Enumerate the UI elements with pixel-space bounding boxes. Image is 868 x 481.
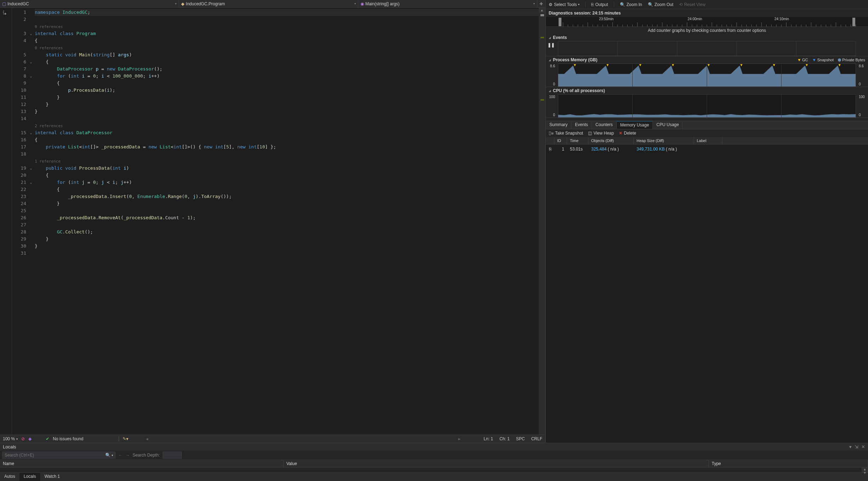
char-pos[interactable]: Ch: 1 bbox=[499, 436, 510, 441]
chevron-down-icon[interactable]: ▾ bbox=[354, 2, 356, 5]
collapse-icon[interactable]: ◢ bbox=[549, 36, 551, 39]
alert-icon[interactable]: ◆ bbox=[28, 436, 32, 441]
nav-method[interactable]: ◉ Main(string[] args) ▾ bbox=[358, 0, 537, 7]
check-icon: ✔ bbox=[46, 436, 49, 441]
indent-mode[interactable]: SPC bbox=[516, 436, 525, 441]
tab-counters[interactable]: Counters bbox=[592, 121, 617, 129]
nav-class[interactable]: ◆ InducedGC.Program ▾ bbox=[179, 0, 358, 7]
issues-text: No issues found bbox=[53, 436, 83, 441]
session-label: Diagnostics session: 24:15 minutes bbox=[546, 9, 868, 17]
code-text[interactable]: namespace InducedGC;0 referencesinternal… bbox=[35, 8, 539, 435]
col-time[interactable]: Time bbox=[567, 137, 588, 144]
zoom-out-icon: 🔍 bbox=[648, 2, 653, 7]
diagnostics-toolbar: ⚙ Select Tools ▾ ⎘ Output 🔍 Zoom In 🔍 Zo… bbox=[546, 0, 868, 9]
tab-events[interactable]: Events bbox=[571, 121, 592, 129]
memory-actions: ⌷◉Take Snapshot ◫View Heap ✕Delete bbox=[546, 129, 868, 137]
panel-title-text: Locals bbox=[3, 444, 16, 449]
breadcrumb-bar: ▢ InducedGC ▾ ◆ InducedGC.Program ▾ ◉ Ma… bbox=[0, 0, 545, 8]
events-title: Events bbox=[553, 35, 567, 40]
memory-title: Process Memory (GB) bbox=[553, 57, 597, 62]
close-icon: ✕ bbox=[619, 131, 622, 136]
split-view-button[interactable]: ✚ bbox=[537, 1, 545, 6]
col-name[interactable]: Name bbox=[0, 460, 284, 467]
zoom-out-button[interactable]: 🔍 Zoom Out bbox=[648, 2, 673, 7]
tab-memory-usage[interactable]: Memory Usage bbox=[617, 121, 653, 129]
pause-button[interactable]: ❚❚ bbox=[546, 41, 556, 56]
memory-chart[interactable]: ▼▼▼▼▼▼▼▼▼ bbox=[558, 63, 856, 87]
cpu-title: CPU (% of all processors) bbox=[553, 88, 605, 93]
tab-cpu-usage[interactable]: CPU Usage bbox=[653, 121, 683, 129]
nav-forward-icon: → bbox=[125, 453, 130, 458]
events-grid[interactable] bbox=[558, 41, 856, 56]
line-ending[interactable]: CRLF bbox=[531, 436, 542, 441]
row-icon: ⎘ bbox=[546, 147, 554, 152]
select-tools-button[interactable]: ⚙ Select Tools ▾ bbox=[549, 2, 579, 7]
editor-margin: {◆ bbox=[0, 8, 12, 435]
tab-locals[interactable]: Locals bbox=[19, 473, 40, 481]
timeline-ruler[interactable]: 23:50min 24:00min 24:10min bbox=[546, 17, 868, 27]
timeline-handle-left[interactable] bbox=[559, 18, 561, 26]
reset-icon: ⟲ bbox=[679, 2, 683, 7]
export-icon: ⎘ bbox=[591, 2, 594, 7]
col-type[interactable]: Type bbox=[709, 460, 868, 467]
error-icon[interactable]: ⊘ bbox=[21, 436, 25, 441]
screwdriver-icon[interactable]: ✎▾ bbox=[123, 436, 128, 441]
delete-button[interactable]: ✕Delete bbox=[619, 131, 636, 136]
nav-back-icon: ← bbox=[118, 453, 123, 458]
collapse-icon[interactable]: ◢ bbox=[549, 89, 551, 92]
zoom-level[interactable]: 100 % ▾ bbox=[3, 436, 18, 441]
vertical-scrollbar[interactable]: ▲ bbox=[539, 8, 545, 435]
collapse-icon[interactable]: ◢ bbox=[549, 58, 551, 62]
search-depth-dropdown[interactable] bbox=[163, 452, 182, 459]
reset-view-button: ⟲ Reset View bbox=[679, 2, 705, 7]
col-id[interactable]: ID bbox=[554, 137, 567, 144]
fold-gutter: ⌄⌄⌄⌄⌄⌄ bbox=[30, 8, 35, 435]
line-number-gutter: 1234567891011121314151617181920212223242… bbox=[12, 8, 30, 435]
timeline-handle-right[interactable] bbox=[852, 18, 855, 26]
method-icon: ◉ bbox=[360, 1, 364, 6]
chevron-down-icon[interactable]: ▾ bbox=[175, 2, 177, 5]
cpu-chart[interactable] bbox=[558, 94, 856, 118]
nav-method-label: Main(string[] args) bbox=[365, 1, 400, 6]
output-button[interactable]: ⎘ Output bbox=[591, 2, 608, 7]
col-objects[interactable]: Objects (Diff) bbox=[588, 137, 634, 144]
legend-snapshot: ▼Snapshot bbox=[812, 58, 834, 62]
csharp-file-icon: ▢ bbox=[2, 1, 6, 6]
tab-watch[interactable]: Watch 1 bbox=[40, 473, 64, 481]
diagnostics-tabs: Summary Events Counters Memory Usage CPU… bbox=[546, 121, 868, 129]
zoom-in-icon: 🔍 bbox=[620, 2, 625, 7]
nav-namespace[interactable]: ▢ InducedGC ▾ bbox=[0, 0, 179, 7]
table-row[interactable]: ⎘ 1 53.01s 325,484 ( n/a ) 349,731.00 KB… bbox=[546, 145, 868, 154]
zoom-in-button[interactable]: 🔍 Zoom In bbox=[620, 2, 642, 7]
snapshot-table: ID Time Objects (Diff) Heap Size (Diff) … bbox=[546, 137, 868, 443]
search-input[interactable] bbox=[5, 453, 105, 458]
pin-icon[interactable]: ⇲ bbox=[855, 444, 858, 449]
events-graph-section: ◢ Events ❚❚ bbox=[546, 34, 868, 56]
col-label[interactable]: Label bbox=[694, 137, 722, 144]
locals-panel: Locals ▾ ⇲ ✕ 🔍 ▾ ← → Search Depth: Name … bbox=[0, 443, 868, 481]
take-snapshot-button[interactable]: ⌷◉Take Snapshot bbox=[549, 131, 583, 136]
chevron-down-icon[interactable]: ▾ bbox=[533, 2, 535, 5]
search-icon[interactable]: 🔍 bbox=[105, 453, 111, 458]
line-pos[interactable]: Ln: 1 bbox=[484, 436, 493, 441]
close-icon[interactable]: ✕ bbox=[861, 444, 865, 449]
counter-hint: Add counter graphs by checking counters … bbox=[546, 27, 868, 34]
bracket-icon: {◆ bbox=[0, 8, 12, 15]
heap-icon: ◫ bbox=[588, 131, 592, 136]
class-icon: ◆ bbox=[181, 1, 184, 6]
cpu-graph-section: ◢ CPU (% of all processors) 1000 1000 bbox=[546, 87, 868, 118]
col-value[interactable]: Value bbox=[284, 460, 709, 467]
editor-status-bar: 100 % ▾ ⊘ ◆ ✔ No issues found ✎▾ ◂ ▸ Ln:… bbox=[0, 435, 545, 443]
camera-icon: ⌷◉ bbox=[549, 131, 554, 136]
nav-left-icon[interactable]: ◂ bbox=[146, 436, 148, 441]
gear-icon: ⚙ bbox=[549, 2, 553, 7]
col-heap[interactable]: Heap Size (Diff) bbox=[634, 137, 694, 144]
legend-private: Private Bytes bbox=[838, 58, 865, 62]
view-heap-button[interactable]: ◫View Heap bbox=[588, 131, 614, 136]
search-box[interactable]: 🔍 ▾ bbox=[2, 452, 116, 459]
dropdown-icon[interactable]: ▾ bbox=[849, 444, 852, 449]
tab-autos[interactable]: Autos bbox=[0, 473, 19, 481]
nav-right-icon[interactable]: ▸ bbox=[458, 436, 460, 441]
tab-summary[interactable]: Summary bbox=[546, 121, 571, 129]
diagnostics-panel: ⚙ Select Tools ▾ ⎘ Output 🔍 Zoom In 🔍 Zo… bbox=[545, 0, 868, 443]
